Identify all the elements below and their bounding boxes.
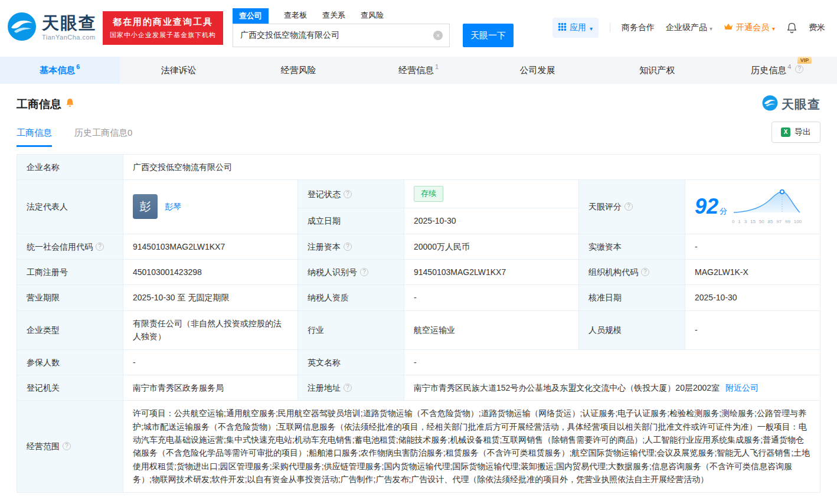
menu-vip[interactable]: 开通会员 [724, 22, 775, 33]
tab-label: 法律诉讼 [161, 65, 197, 76]
label-reg-address: 注册地址 [298, 375, 404, 400]
score-curve-chart: 0131550859799100 [732, 188, 802, 225]
legal-rep-link[interactable]: 彭琴 [165, 200, 181, 213]
value-legal-rep: 彭 彭琴 [123, 180, 298, 234]
apps-button[interactable]: 应用 [552, 18, 599, 38]
subscribe-bell-icon[interactable] [66, 98, 74, 111]
value-reg-status: 存续 [404, 180, 579, 208]
field-label: 天眼评分 [588, 200, 622, 213]
help-icon[interactable] [96, 243, 104, 251]
field-label: 营业期限 [27, 291, 60, 304]
tab-label: 经营信息 [398, 65, 434, 76]
export-label: 导出 [795, 127, 811, 138]
section-title-text: 工商信息 [17, 97, 61, 112]
tab-operating-risk[interactable]: 经营风险 [239, 57, 359, 84]
label-company-name: 企业名称 [17, 155, 123, 180]
value-staff-size: - [685, 310, 820, 349]
field-label: 实缴资本 [588, 240, 622, 253]
tab-count: 4 [787, 63, 791, 70]
help-icon[interactable] [344, 384, 352, 392]
logo-name: 天眼查 [42, 15, 97, 32]
field-label: 纳税人资质 [308, 291, 349, 304]
value-credit-code: 91450103MAG2LW1KX7 [123, 234, 298, 259]
label-english-name: 英文名称 [298, 349, 404, 375]
label-business-scope: 经营范围 [17, 401, 123, 492]
nearby-companies-link[interactable]: 附近公司 [725, 383, 758, 392]
value-score: 92 分 [685, 180, 820, 234]
value-taxpayer-id: 91450103MAG2LW1KX7 [404, 259, 579, 284]
label-reg-authority: 登记机关 [17, 375, 123, 400]
value-insured-count: - [123, 349, 298, 375]
tab-basic-info[interactable]: 基本信息 6 [0, 57, 120, 84]
tab-operating-info[interactable]: 经营信息 1 [359, 57, 479, 84]
top-header: 天眼查 TianYanCha.com 都在用的商业查询工具 国家中小企业发展子基… [0, 0, 837, 55]
business-info-table: 企业名称 广西交投低空物流有限公司 法定代表人 彭 彭琴 登记状态 存续 天眼评… [17, 154, 820, 493]
label-taxpayer-qualification: 纳税人资质 [298, 285, 404, 310]
label-score: 天眼评分 [579, 180, 685, 234]
subtab-history-business-info[interactable]: 历史工商信息0 [74, 127, 132, 147]
search-tab-risk[interactable]: 查风险 [361, 10, 384, 24]
help-icon[interactable] [360, 268, 368, 276]
avatar[interactable]: 彭 [133, 194, 158, 219]
field-label: 纳税人识别号 [308, 266, 357, 279]
tab-count: 6 [76, 63, 80, 70]
value-reg-address: 南宁市青秀区民族大道152号办公基地及东盟文化交流中心（铁投大厦）20层2002… [404, 375, 820, 400]
apps-label: 应用 [570, 22, 586, 33]
main-nav-tabs: 基本信息 6 法律诉讼 经营风险 经营信息 1 公司发展 知识产权 [0, 57, 837, 84]
export-button[interactable]: 导出 [771, 122, 820, 143]
value-business-term: 2025-10-30 至 无固定期限 [123, 285, 298, 310]
tab-label: 基本信息 [40, 65, 75, 76]
reg-address-text: 南宁市青秀区民族大道152号办公基地及东盟文化交流中心（铁投大厦）20层2002… [414, 383, 720, 392]
tab-company-development[interactable]: 公司发展 [478, 57, 598, 84]
help-icon[interactable] [344, 190, 352, 198]
label-insured-count: 参保人数 [17, 349, 123, 375]
tab-intellectual-property[interactable]: 知识产权 [598, 57, 718, 84]
label-staff-size: 人员规模 [579, 310, 685, 349]
notification-bell-icon[interactable] [786, 22, 797, 34]
value-paid-capital: - [685, 234, 820, 259]
search-tab-relation[interactable]: 查关系 [322, 10, 345, 24]
status-badge: 存续 [414, 186, 443, 202]
search-input[interactable] [233, 24, 450, 47]
field-label: 法定代表人 [27, 200, 68, 213]
clear-icon[interactable] [433, 31, 443, 40]
tianyancha-logo[interactable]: 天眼查 TianYanCha.com [7, 12, 97, 44]
logo-domain: TianYanCha.com [42, 34, 97, 41]
search-tab-company[interactable]: 查公司 [233, 8, 269, 24]
chevron-down-icon [710, 23, 712, 32]
tab-history-info[interactable]: 历史信息 4 VIP [717, 57, 837, 84]
watermark-logo-text: 天眼查 [782, 96, 820, 113]
menu-enterprise[interactable]: 企业级产品 [666, 22, 712, 33]
search-area: 查公司 查老板 查关系 查风险 天眼一下 [233, 8, 514, 47]
sub-tabs: 工商信息 历史工商信息0 导出 [0, 113, 837, 147]
menu-user[interactable]: 费米 [809, 22, 825, 33]
value-company-name: 广西交投低空物流有限公司 [123, 155, 820, 180]
help-icon[interactable] [63, 442, 71, 450]
field-label: 核准日期 [588, 291, 622, 304]
info-row: 营业期限 2025-10-30 至 无固定期限 纳税人资质 - 核准日期 202… [17, 285, 820, 310]
info-row: 法定代表人 彭 彭琴 登记状态 存续 天眼评分 92 分 [17, 180, 820, 208]
section-title: 工商信息 [17, 97, 74, 112]
menu-vip-label: 开通会员 [736, 22, 769, 33]
search-button[interactable]: 天眼一下 [463, 24, 514, 47]
label-credit-code: 统一社会信用代码 [17, 234, 123, 259]
help-icon[interactable] [795, 65, 803, 73]
help-icon[interactable] [344, 243, 352, 251]
search-tab-boss[interactable]: 查老板 [284, 10, 307, 24]
tab-legal-proceedings[interactable]: 法律诉讼 [120, 57, 240, 84]
search-box [233, 24, 450, 47]
menu-cooperation[interactable]: 商务合作 [622, 22, 655, 33]
value-taxpayer-qualification: - [404, 285, 579, 310]
tab-label: 历史信息 [751, 65, 786, 76]
field-label: 企业类型 [27, 323, 60, 336]
help-icon[interactable] [641, 268, 649, 276]
field-label: 经营范围 [27, 440, 60, 453]
label-reg-status: 登记状态 [298, 180, 404, 208]
field-label: 登记机关 [27, 381, 60, 394]
subtab-business-info[interactable]: 工商信息 [17, 127, 52, 147]
info-row: 经营范围 许可项目：公共航空运输;通用航空服务;民用航空器驾驶员培训;道路货物运… [17, 401, 820, 492]
help-icon[interactable] [625, 202, 633, 211]
vip-badge: VIP [797, 57, 812, 64]
chevron-down-icon [772, 23, 775, 32]
menu-divider [610, 23, 610, 32]
